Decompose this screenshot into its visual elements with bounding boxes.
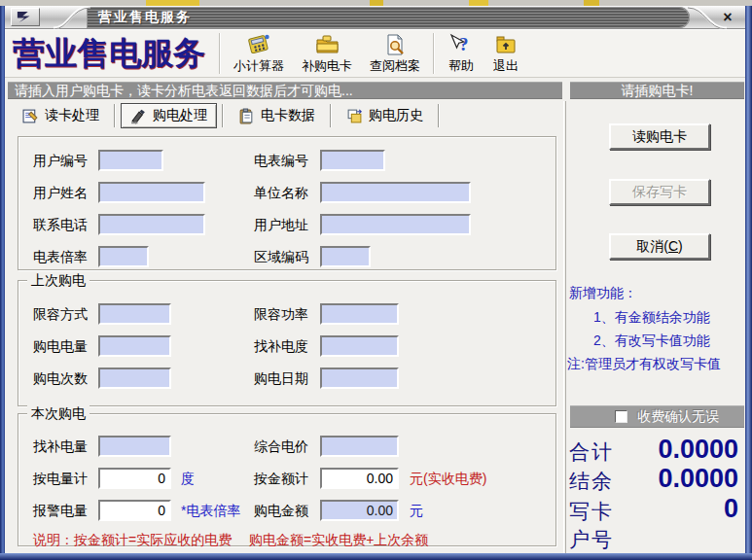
field-label: 按电量计 xyxy=(33,471,88,488)
cancel-label-pre: 取消( xyxy=(636,238,668,254)
toolbar-separator xyxy=(219,33,221,74)
title-bar: 营业售电服务 × xyxy=(5,6,745,29)
field-label: 按金额计 xyxy=(254,471,308,488)
alarm-energy-input[interactable] xyxy=(98,500,171,521)
area-code-field[interactable] xyxy=(320,246,371,267)
tab-label: 购电历史 xyxy=(369,107,423,124)
meter-id-field[interactable] xyxy=(320,150,385,171)
tab-separator xyxy=(330,104,332,127)
tab-strip: 读卡处理 购电处理 电卡数据 xyxy=(5,101,563,130)
read-card-button[interactable]: 读购电卡 xyxy=(609,123,710,150)
current-purchase-group: 本次购电 找补电量 综合电价 按电量计 度 按金额计 元(实收电费) 报警电量 … xyxy=(18,413,556,546)
help-icon: ? xyxy=(448,33,474,56)
toolbar: 营业售电服务 小计算器 xyxy=(5,29,745,78)
field-label: 限容功率 xyxy=(254,306,308,324)
fee-confirm-label: 收费确认无误 xyxy=(637,408,719,426)
note-text: 说明：按金额计=实际应收的电费 xyxy=(33,532,232,549)
features-title: 新增功能： xyxy=(569,285,637,302)
calculator-button[interactable]: 小计算器 xyxy=(225,31,293,76)
meter-ratio-field[interactable] xyxy=(98,246,149,267)
user-name-field[interactable] xyxy=(98,182,205,203)
field-label: 电表编号 xyxy=(254,153,308,170)
write-card-value: 0 xyxy=(724,494,738,524)
last-purchase-group: 上次购电 限容方式 限容功率 购电电量 找补电度 购电次数 购电日期 xyxy=(18,280,556,406)
doc-search-icon xyxy=(382,33,408,56)
exit-icon xyxy=(493,33,519,56)
purchase-process-icon xyxy=(130,108,147,124)
app-window: 营业售电服务 × 营业售电服务 小计算器 xyxy=(0,0,752,560)
field-label: 限容方式 xyxy=(33,306,88,324)
group-legend: 上次购电 xyxy=(27,272,90,290)
status-message-bar: 请插入用户购电卡，读卡分析电表返回数据后才可购电... xyxy=(8,82,562,99)
field-label: 找补电度 xyxy=(254,338,308,356)
cancel-button[interactable]: 取消(C) xyxy=(609,233,710,260)
features-note: 注:管理员才有权改写卡值 xyxy=(567,356,721,373)
toolbar-button-label: 小计算器 xyxy=(233,57,284,75)
unit-name-field[interactable] xyxy=(320,182,471,203)
adjust-energy-field xyxy=(320,335,399,357)
field-label: 购电金额 xyxy=(254,503,308,520)
cancel-label-suf: ) xyxy=(678,238,683,254)
user-id-field[interactable] xyxy=(98,150,163,171)
tab-label: 购电处理 xyxy=(153,107,207,124)
write-card-label: 写卡 xyxy=(569,498,614,525)
unit-label: 元(实收电费) xyxy=(410,471,486,488)
group-legend: 本次购电 xyxy=(27,405,90,423)
balance-value: 0.0000 xyxy=(658,464,738,494)
balance-label: 结余 xyxy=(569,468,614,495)
fee-confirm-bar: 收费确认无误 xyxy=(570,405,744,428)
toolbar-button-label: 查阅档案 xyxy=(370,57,420,75)
phone-field[interactable] xyxy=(98,214,205,235)
window-content: 营业售电服务 × 营业售电服务 小计算器 xyxy=(5,6,745,553)
title-bar-curve-left xyxy=(52,6,92,29)
address-field[interactable] xyxy=(320,214,471,235)
read-card-icon xyxy=(22,108,39,124)
purchased-energy-field xyxy=(98,335,171,357)
tab-separator xyxy=(222,104,224,127)
by-energy-input[interactable] xyxy=(98,468,171,489)
field-label: 购电次数 xyxy=(33,370,88,388)
tab-purchase-history[interactable]: 购电历史 xyxy=(337,103,433,128)
tab-label: 读卡处理 xyxy=(45,107,99,124)
cancel-hotkey: C xyxy=(668,238,678,254)
exit-button[interactable]: 退出 xyxy=(483,31,528,76)
view-archive-button[interactable]: 查阅档案 xyxy=(361,31,429,76)
help-button[interactable]: ? 帮助 xyxy=(439,31,483,76)
rebuy-card-button[interactable]: 补购电卡 xyxy=(293,31,361,76)
field-label: 用户姓名 xyxy=(33,185,88,202)
toolbar-button-label: 帮助 xyxy=(448,57,474,75)
unit-label: 元 xyxy=(410,503,423,520)
purchase-amount-field xyxy=(320,500,399,521)
tab-purchase-process[interactable]: 购电处理 xyxy=(121,103,217,128)
feature-item: 2、有改写卡值功能 xyxy=(593,332,710,350)
tab-read-card[interactable]: 读卡处理 xyxy=(13,103,109,128)
tab-card-data[interactable]: 电卡数据 xyxy=(229,103,325,128)
total-label: 合计 xyxy=(569,438,614,466)
purchase-history-icon xyxy=(346,108,363,124)
user-info-group: 用户编号 电表编号 用户姓名 单位名称 联系电话 用户地址 电表倍率 区域编码 xyxy=(18,136,556,270)
account-label: 户号 xyxy=(569,526,614,553)
tab-label: 电卡数据 xyxy=(261,107,315,124)
close-icon[interactable]: × xyxy=(717,9,738,26)
calculator-icon xyxy=(246,33,271,56)
purchase-date-field xyxy=(320,368,399,389)
field-label: 购电日期 xyxy=(254,370,308,388)
folder-icon xyxy=(314,33,340,56)
window-border-bottom xyxy=(0,553,752,560)
by-amount-input[interactable] xyxy=(320,468,399,489)
field-label: 电表倍率 xyxy=(33,249,88,266)
window-border-right xyxy=(745,6,752,560)
field-label: 综合电价 xyxy=(254,438,308,456)
limit-mode-field xyxy=(98,303,171,325)
unit-label: *电表倍率 xyxy=(181,503,240,520)
page-title: 营业售电服务 xyxy=(13,32,205,76)
panel-divider xyxy=(563,101,566,553)
total-row: 户号 xyxy=(567,522,738,551)
window-title: 营业售电服务 xyxy=(98,9,192,26)
note-text: 购电金额=实收电费+上次余额 xyxy=(249,532,428,549)
card-prompt-bar: 请插购电卡! xyxy=(570,82,744,99)
field-label: 找补电量 xyxy=(33,438,88,456)
field-label: 区域编码 xyxy=(254,249,308,266)
app-logo-glyph xyxy=(17,11,34,23)
fee-confirm-checkbox[interactable] xyxy=(615,410,627,423)
